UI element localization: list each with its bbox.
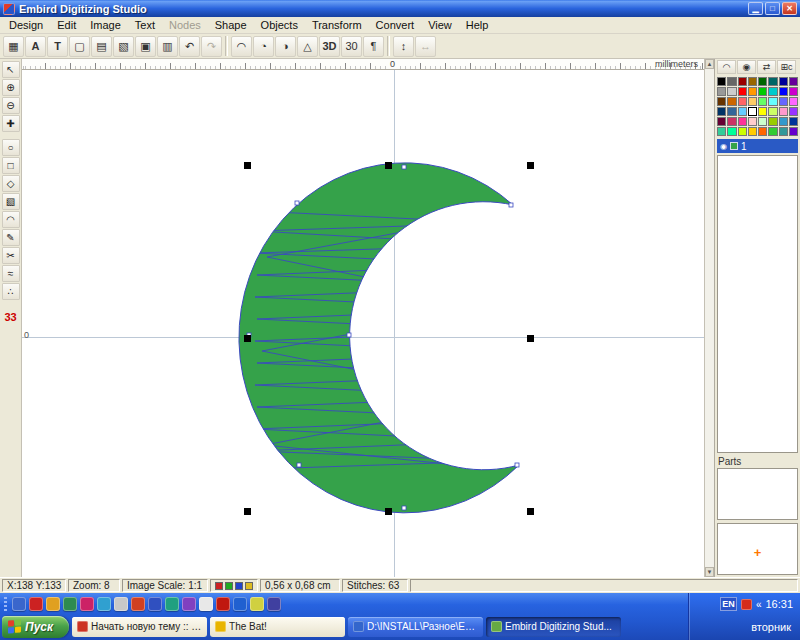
part-preview[interactable]: + — [717, 523, 798, 575]
quick-launch-icon-12[interactable] — [199, 597, 213, 611]
minimize-button[interactable]: ▁ — [748, 2, 763, 15]
selection-handle-n[interactable] — [385, 162, 392, 169]
color-swatch[interactable] — [758, 97, 767, 106]
color-swatch[interactable] — [768, 117, 777, 126]
quick-launch-icon-4[interactable] — [63, 597, 77, 611]
color-swatch[interactable] — [717, 77, 726, 86]
selection-handle-nw[interactable] — [244, 162, 251, 169]
style-curve-button[interactable]: ◠ — [717, 60, 736, 74]
selection-handle-sw[interactable] — [244, 508, 251, 515]
crescent-shape[interactable] — [247, 165, 531, 512]
color-swatch[interactable] — [789, 77, 798, 86]
toolbar-triangle-tool-button[interactable]: △ — [297, 36, 318, 57]
color-swatch[interactable] — [758, 87, 767, 96]
quick-launch-icon-15[interactable] — [250, 597, 264, 611]
quick-launch-icon-16[interactable] — [267, 597, 281, 611]
menu-item-help[interactable]: Help — [459, 18, 496, 32]
color-swatch[interactable] — [748, 117, 757, 126]
swap-colors-button[interactable]: ⇄ — [757, 60, 776, 74]
color-swatch[interactable] — [738, 127, 747, 136]
tool-pan-button[interactable]: ✚ — [2, 115, 20, 132]
toolbar-arc-tool-button[interactable]: ◠ — [231, 36, 252, 57]
quick-launch-icon-14[interactable] — [233, 597, 247, 611]
language-indicator[interactable]: EN — [720, 597, 737, 611]
tool-ellipse-button[interactable]: ○ — [2, 139, 20, 156]
color-swatch[interactable] — [717, 87, 726, 96]
toolbar-contrast-view-button[interactable]: ◑ — [275, 36, 296, 57]
color-swatch[interactable] — [748, 127, 757, 136]
quick-launch-icon-11[interactable] — [182, 597, 196, 611]
toolbar-undo-button[interactable]: ↶ — [179, 36, 200, 57]
color-swatch[interactable] — [717, 97, 726, 106]
toolbar-quarter-view-button[interactable]: ◔ — [253, 36, 274, 57]
toolbar-view-3d-button[interactable]: 3D — [319, 36, 340, 57]
color-swatch[interactable] — [738, 77, 747, 86]
menu-item-image[interactable]: Image — [83, 18, 128, 32]
toolbar-palette-button[interactable]: ▦ — [3, 36, 24, 57]
toolbar-open-design-button[interactable]: ▤ — [91, 36, 112, 57]
start-button[interactable]: Пуск — [2, 616, 69, 638]
quick-launch-icon-6[interactable] — [97, 597, 111, 611]
color-swatch[interactable] — [717, 117, 726, 126]
menu-item-convert[interactable]: Convert — [369, 18, 422, 32]
color-swatch[interactable] — [738, 107, 747, 116]
toolbar-parameters-button[interactable]: ¶ — [363, 36, 384, 57]
object-list-row[interactable]: ◉ 1 — [717, 139, 798, 153]
color-swatch[interactable] — [789, 107, 798, 116]
color-swatch[interactable] — [738, 87, 747, 96]
taskbar-task-2[interactable]: The Bat! — [210, 617, 345, 637]
color-swatch[interactable] — [768, 77, 777, 86]
toolbar-stitch-density-button[interactable]: 30 — [341, 36, 362, 57]
tool-rectangle-button[interactable]: □ — [2, 157, 20, 174]
selection-handle-w[interactable] — [244, 335, 251, 342]
quick-launch-icon-10[interactable] — [165, 597, 179, 611]
color-swatch[interactable] — [758, 117, 767, 126]
color-swatch[interactable] — [789, 127, 798, 136]
color-swatch[interactable] — [779, 77, 788, 86]
color-swatch[interactable] — [727, 117, 736, 126]
tool-scissors-button[interactable]: ✂ — [2, 247, 20, 264]
quick-launch-icon-9[interactable] — [148, 597, 162, 611]
color-swatch[interactable] — [748, 107, 757, 116]
toolbar-import-image-button[interactable]: ▧ — [113, 36, 134, 57]
quick-launch-icon-13[interactable] — [216, 597, 230, 611]
color-swatch[interactable] — [789, 97, 798, 106]
menu-item-objects[interactable]: Objects — [254, 18, 305, 32]
tool-node-edit-button[interactable]: ∴ — [2, 283, 20, 300]
maximize-button[interactable]: □ — [765, 2, 780, 15]
color-swatch[interactable] — [779, 87, 788, 96]
tool-zoom-out-button[interactable]: ⊖ — [2, 97, 20, 114]
menu-item-edit[interactable]: Edit — [50, 18, 83, 32]
tool-select-button[interactable]: ↖ — [2, 61, 20, 78]
quick-launch-icon-1[interactable] — [12, 597, 26, 611]
color-swatch[interactable] — [748, 97, 757, 106]
color-swatch[interactable] — [768, 87, 777, 96]
color-swatch[interactable] — [768, 127, 777, 136]
color-swatch[interactable] — [779, 97, 788, 106]
color-wheel-button[interactable]: ◉ — [737, 60, 756, 74]
taskbar-task-1[interactable]: Начать новую тему :: В... — [72, 617, 207, 637]
design-canvas[interactable]: 0 millimeters 0 — [22, 59, 714, 577]
color-swatch[interactable] — [727, 127, 736, 136]
color-swatch[interactable] — [779, 117, 788, 126]
color-swatch[interactable] — [789, 117, 798, 126]
color-swatch[interactable] — [789, 87, 798, 96]
menu-item-view[interactable]: View — [421, 18, 459, 32]
color-swatch[interactable] — [727, 97, 736, 106]
toolbar-grip[interactable] — [4, 597, 7, 611]
color-swatch[interactable] — [727, 107, 736, 116]
close-button[interactable]: ✕ — [782, 2, 797, 15]
tool-measure-button[interactable]: ≈ — [2, 265, 20, 282]
taskbar-task-3[interactable]: D:\INSTALL\Разное\Embird — [348, 617, 483, 637]
quick-launch-icon-3[interactable] — [46, 597, 60, 611]
color-swatch[interactable] — [748, 87, 757, 96]
color-swatch[interactable] — [758, 127, 767, 136]
quick-launch-icon-8[interactable] — [131, 597, 145, 611]
toolbar-move-vertical-button[interactable]: ↕ — [393, 36, 414, 57]
tool-pen-button[interactable]: ✎ — [2, 229, 20, 246]
color-swatch[interactable] — [768, 107, 777, 116]
toolbar-text-t-button[interactable]: T — [47, 36, 68, 57]
tray-app-icon[interactable] — [741, 599, 752, 610]
tray-chevron-icon[interactable]: « — [756, 599, 762, 610]
vertical-scrollbar[interactable]: ▲ ▼ — [704, 59, 714, 577]
